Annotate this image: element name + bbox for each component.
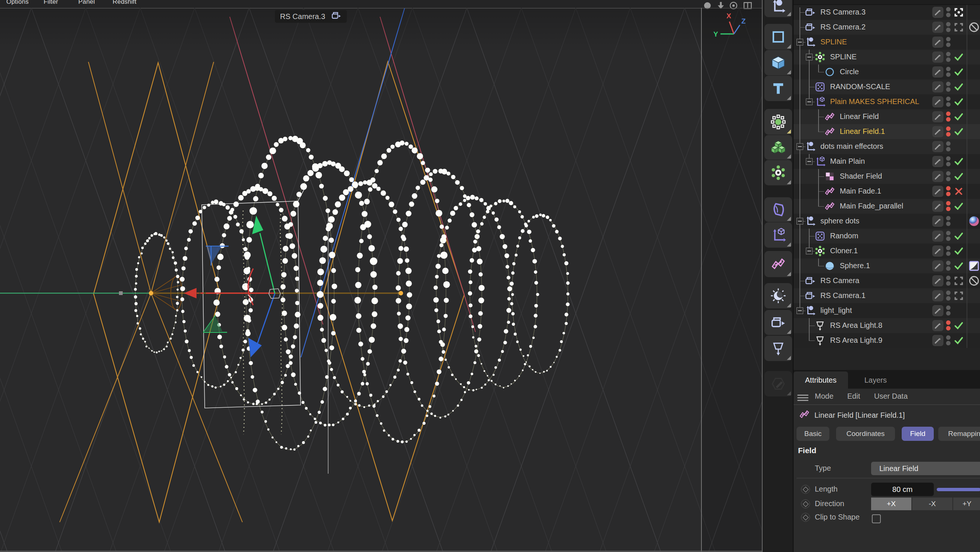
om-row-linear-field[interactable]: Linear Field xyxy=(794,109,980,124)
object-name[interactable]: Linear Field.1 xyxy=(840,127,885,136)
edit-toggle-icon[interactable] xyxy=(932,186,943,197)
prohibit-tag-icon[interactable] xyxy=(968,275,980,287)
material-tag-icon[interactable] xyxy=(968,215,980,227)
tool-plain-effector[interactable] xyxy=(764,222,792,248)
enabled-check-icon[interactable] xyxy=(953,126,964,137)
length-slider[interactable] xyxy=(937,488,980,491)
attr-menu-user-data[interactable]: User Data xyxy=(874,392,908,401)
enabled-check-icon[interactable] xyxy=(953,200,964,212)
expand-toggle[interactable] xyxy=(806,99,813,105)
om-row-random-scale[interactable]: RANDOM-SCALE xyxy=(794,80,980,94)
expand-toggle[interactable] xyxy=(797,307,803,314)
edit-toggle-icon[interactable] xyxy=(932,37,943,48)
direction-minus-X[interactable]: -X xyxy=(912,498,952,510)
enabled-check-icon[interactable] xyxy=(953,96,964,107)
object-name[interactable]: RANDOM-SCALE xyxy=(830,83,890,91)
attr-menu-mode[interactable]: Mode xyxy=(815,392,834,401)
edit-toggle-icon[interactable] xyxy=(932,67,943,78)
om-row-spline[interactable]: SPLINE xyxy=(794,49,980,65)
clip-to-shape-checkbox[interactable] xyxy=(872,514,881,523)
section-tab-basic[interactable]: Basic xyxy=(797,427,829,441)
tool-deformer[interactable] xyxy=(764,197,792,222)
om-row-main-plain[interactable]: Main Plain xyxy=(794,154,980,169)
tool-pencil-tool[interactable] xyxy=(764,371,792,396)
edit-toggle-icon[interactable] xyxy=(932,320,943,331)
om-row-rs-camera[interactable]: RS Camera xyxy=(794,274,980,288)
type-dropdown[interactable]: Linear Field xyxy=(871,462,980,475)
prohibit-tag-icon[interactable] xyxy=(968,21,980,33)
om-row-rs-camera-1[interactable]: RS Camera.1 xyxy=(794,288,980,303)
enabled-check-icon[interactable] xyxy=(953,111,964,122)
visibility-dots[interactable] xyxy=(946,21,951,33)
visibility-dots[interactable] xyxy=(946,304,951,317)
edit-toggle-icon[interactable] xyxy=(932,111,943,122)
om-row-random[interactable]: Random xyxy=(794,229,980,243)
section-tab-field[interactable]: Field xyxy=(902,427,934,441)
om-row-dots-main-effectors[interactable]: dots main effectors xyxy=(794,139,980,154)
object-name[interactable]: Circle xyxy=(840,67,859,76)
expand-toggle[interactable] xyxy=(806,54,813,60)
edit-toggle-icon[interactable] xyxy=(932,260,943,272)
section-tab-coordinates[interactable]: Coordinates xyxy=(836,427,895,441)
visibility-dots[interactable] xyxy=(946,275,951,287)
enabled-check-icon[interactable] xyxy=(953,171,964,182)
keyframe-diamond-icon[interactable] xyxy=(801,513,810,522)
tool-cloner-gear[interactable] xyxy=(764,160,792,185)
tool-text-tool[interactable] xyxy=(764,76,792,101)
expand-toggle[interactable] xyxy=(797,218,803,224)
om-row-main-fade-parallel[interactable]: Main Fade_parallel xyxy=(794,199,980,214)
object-name[interactable]: RS Camera.1 xyxy=(820,291,865,300)
visibility-dots[interactable] xyxy=(946,170,951,182)
tool-area-light[interactable] xyxy=(764,336,792,361)
tool-cube-tool[interactable] xyxy=(764,50,792,75)
direction-plusminus-X[interactable]: +X xyxy=(871,498,912,510)
visibility-dots[interactable] xyxy=(946,334,951,347)
edit-toggle-icon[interactable] xyxy=(932,216,943,227)
expand-toggle[interactable] xyxy=(806,158,813,165)
object-name[interactable]: RS Camera.2 xyxy=(820,23,865,31)
keyframe-diamond-icon[interactable] xyxy=(801,500,810,508)
edit-toggle-icon[interactable] xyxy=(932,96,943,107)
enabled-check-icon[interactable] xyxy=(953,245,964,257)
visibility-dots[interactable] xyxy=(946,6,951,18)
visibility-dots[interactable] xyxy=(946,215,951,227)
edit-toggle-icon[interactable] xyxy=(932,231,943,242)
tool-voxel-blocks[interactable] xyxy=(764,135,792,160)
hamburger-menu-icon[interactable] xyxy=(797,393,808,402)
tool-field[interactable] xyxy=(764,251,792,277)
edit-toggle-icon[interactable] xyxy=(932,245,943,257)
enabled-check-icon[interactable] xyxy=(953,320,964,331)
camera-label-pill[interactable]: RS Camera.3 xyxy=(275,10,347,23)
visibility-dots[interactable] xyxy=(946,259,951,272)
camera-view-icon[interactable] xyxy=(953,7,964,18)
object-name[interactable]: Linear Field xyxy=(840,112,879,121)
om-row-plain-makes-spherical[interactable]: Plain MAKES SPHERICAL xyxy=(794,94,980,109)
object-name[interactable]: Main Fade_parallel xyxy=(840,202,903,210)
om-row-sphere-dots[interactable]: sphere dots xyxy=(794,214,980,229)
enabled-check-icon[interactable] xyxy=(953,51,964,63)
object-name[interactable]: RS Area Light.8 xyxy=(830,321,882,330)
om-row-rs-camera-3[interactable]: RS Camera.3 xyxy=(794,5,980,20)
edit-toggle-icon[interactable] xyxy=(932,141,943,152)
om-row-sphere-1[interactable]: Sphere.1 xyxy=(794,258,980,274)
object-name[interactable]: RS Area Light.9 xyxy=(830,336,882,345)
edit-toggle-icon[interactable] xyxy=(932,200,943,212)
om-row-main-fade-1[interactable]: Main Fade.1 xyxy=(794,184,980,199)
edit-toggle-icon[interactable] xyxy=(932,126,943,137)
direction-plusminus-Y[interactable]: +Y xyxy=(953,498,980,510)
om-row-rs-area-light-9[interactable]: RS Area Light.9 xyxy=(794,333,980,348)
edit-toggle-icon[interactable] xyxy=(932,22,943,33)
visibility-dots[interactable] xyxy=(946,110,951,123)
visibility-dots[interactable] xyxy=(946,36,951,48)
edit-toggle-icon[interactable] xyxy=(932,335,943,346)
om-row-shader-field[interactable]: Shader Field xyxy=(794,169,980,184)
edit-toggle-icon[interactable] xyxy=(932,81,943,92)
edit-toggle-icon[interactable] xyxy=(932,290,943,301)
visibility-dots[interactable] xyxy=(946,140,951,153)
visibility-dots[interactable] xyxy=(946,95,951,108)
enabled-check-icon[interactable] xyxy=(953,81,964,92)
tab-attributes[interactable]: Attributes xyxy=(794,371,848,389)
edit-toggle-icon[interactable] xyxy=(932,51,943,63)
object-name[interactable]: Sphere.1 xyxy=(840,261,870,270)
expand-toggle[interactable] xyxy=(797,143,803,150)
